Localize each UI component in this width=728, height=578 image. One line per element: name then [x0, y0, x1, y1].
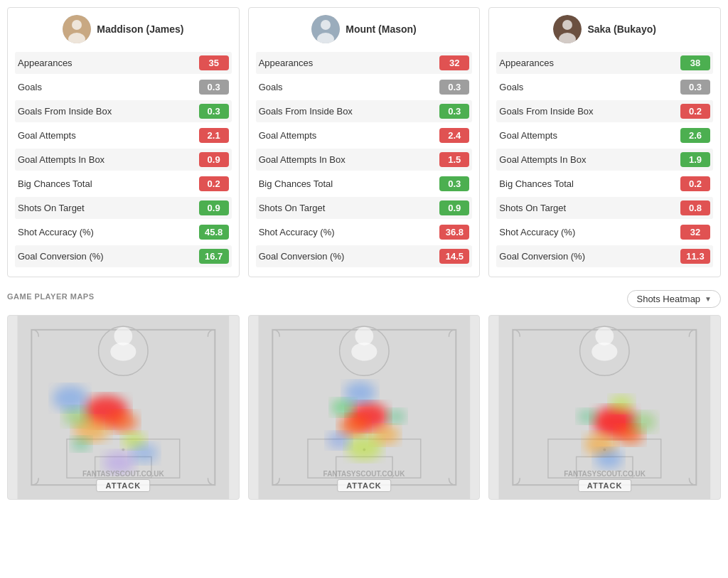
- player-header-maddison: Maddison (James): [15, 15, 232, 43]
- stat-value: 0.3: [199, 80, 229, 95]
- stat-label: Goal Attempts In Box: [499, 154, 680, 165]
- stat-row: Goal Attempts2.1: [15, 124, 232, 146]
- stat-value: 0.2: [199, 176, 229, 191]
- comparison-grid: Maddison (James)Appearances35Goals0.3Goa…: [7, 7, 721, 277]
- stat-value: 0.9: [439, 200, 469, 215]
- stat-value: 0.3: [439, 176, 469, 191]
- svg-point-41: [327, 432, 350, 449]
- stat-value: 2.1: [199, 128, 229, 143]
- stat-row: Shot Accuracy (%)32: [496, 221, 713, 243]
- stat-label: Appearances: [259, 58, 440, 68]
- svg-point-22: [71, 437, 91, 451]
- attack-label: ATTACK: [97, 479, 151, 492]
- svg-point-32: [355, 327, 373, 346]
- stat-value: 36.8: [439, 225, 469, 240]
- stat-value: 1.5: [439, 152, 469, 167]
- player-name: Mount (Mason): [346, 23, 417, 35]
- stat-label: Goal Attempts In Box: [18, 154, 199, 165]
- stat-row: Big Chances Total0.3: [256, 173, 473, 195]
- stat-row: Goals0.3: [256, 76, 473, 98]
- stat-value: 1.9: [680, 152, 710, 167]
- stat-row: Shots On Target0.9: [15, 197, 232, 219]
- player-column-mount: Mount (Mason)Appearances32Goals0.3Goals …: [248, 7, 481, 277]
- stat-value: 0.3: [439, 80, 469, 95]
- svg-point-4: [321, 20, 331, 30]
- chevron-down-icon: ▼: [705, 295, 712, 303]
- stat-label: Goal Conversion (%): [499, 251, 680, 262]
- svg-point-1: [72, 20, 82, 30]
- stat-value: 0.3: [439, 104, 469, 119]
- svg-point-39: [386, 410, 406, 424]
- stat-label: Appearances: [18, 58, 199, 68]
- heatmap-card-mount: FANTASYSCOUT.CO.UKATTACK: [248, 315, 481, 500]
- stat-value: 0.3: [199, 104, 229, 119]
- stat-row: Goal Attempts In Box1.5: [256, 149, 473, 171]
- attack-label: ATTACK: [337, 479, 391, 492]
- svg-point-49: [592, 343, 618, 361]
- stat-row: Goals From Inside Box0.2: [496, 100, 713, 122]
- watermark: FANTASYSCOUT.CO.UK: [82, 470, 164, 478]
- stat-label: Goals: [499, 82, 680, 92]
- stat-label: Appearances: [499, 58, 680, 68]
- stat-label: Shots On Target: [499, 203, 680, 213]
- stat-label: Big Chances Total: [259, 178, 440, 189]
- svg-point-54: [629, 412, 657, 432]
- stat-value: 11.3: [680, 249, 710, 264]
- stat-label: Goals From Inside Box: [499, 106, 680, 117]
- stat-row: Goal Attempts In Box1.9: [496, 149, 713, 171]
- svg-point-40: [344, 381, 375, 404]
- svg-point-24: [131, 444, 159, 464]
- stat-value: 32: [680, 225, 710, 240]
- player-column-maddison: Maddison (James)Appearances35Goals0.3Goa…: [7, 7, 240, 277]
- svg-point-15: [114, 327, 132, 346]
- stat-row: Shot Accuracy (%)45.8: [15, 221, 232, 243]
- stat-row: Goals0.3: [496, 76, 713, 98]
- avatar: [63, 15, 91, 43]
- stat-value: 35: [199, 55, 229, 70]
- stat-label: Big Chances Total: [18, 178, 199, 189]
- stat-row: Big Chances Total0.2: [496, 173, 713, 195]
- stat-label: Shots On Target: [18, 203, 199, 213]
- player-header-saka: Saka (Bukayo): [496, 15, 713, 43]
- avatar: [311, 15, 340, 43]
- stat-value: 0.9: [199, 200, 229, 215]
- stat-row: Goals From Inside Box0.3: [15, 100, 232, 122]
- stat-value: 16.7: [199, 249, 229, 264]
- maps-section: GAME PLAYER MAPS Shots Heatmap ▼ FANTASY…: [7, 290, 721, 500]
- stat-label: Goals: [18, 82, 199, 92]
- stat-value: 2.6: [680, 128, 710, 143]
- stat-row: Goal Attempts In Box0.9: [15, 149, 232, 171]
- stat-label: Goal Attempts In Box: [259, 154, 440, 165]
- stat-row: Shots On Target0.9: [256, 197, 473, 219]
- stat-value: 32: [439, 55, 469, 70]
- stat-row: Goal Conversion (%)14.5: [256, 245, 473, 267]
- stat-value: 2.4: [439, 128, 469, 143]
- stat-row: Appearances38: [496, 52, 713, 74]
- stat-label: Goal Attempts: [18, 130, 199, 141]
- svg-point-14: [122, 449, 124, 451]
- player-header-mount: Mount (Mason): [256, 15, 473, 43]
- svg-point-53: [610, 395, 633, 412]
- stat-row: Shot Accuracy (%)36.8: [256, 221, 473, 243]
- stat-value: 38: [680, 55, 710, 70]
- stat-row: Goal Conversion (%)16.7: [15, 245, 232, 267]
- stat-label: Goal Attempts: [259, 130, 440, 141]
- attack-label: ATTACK: [578, 479, 632, 492]
- heatmap-dropdown-label: Shots Heatmap: [636, 294, 700, 304]
- stat-row: Goals0.3: [15, 76, 232, 98]
- heatmap-card-saka: FANTASYSCOUT.CO.UKATTACK: [488, 315, 721, 500]
- stat-label: Goals: [259, 82, 440, 92]
- stat-label: Goals From Inside Box: [18, 106, 199, 117]
- maps-section-label: GAME PLAYER MAPS: [7, 292, 95, 301]
- svg-point-48: [596, 327, 614, 346]
- svg-point-56: [595, 449, 623, 469]
- maps-grid: FANTASYSCOUT.CO.UKATTACK FANTASYSCOUT.CO…: [7, 315, 721, 500]
- stat-label: Shot Accuracy (%): [18, 227, 199, 237]
- stat-row: Shots On Target0.8: [496, 197, 713, 219]
- stat-row: Appearances35: [15, 52, 232, 74]
- heatmap-dropdown[interactable]: Shots Heatmap ▼: [627, 290, 721, 308]
- stat-value: 0.2: [680, 176, 710, 191]
- svg-point-7: [562, 20, 572, 30]
- stat-label: Shot Accuracy (%): [499, 227, 680, 237]
- svg-point-23: [53, 385, 88, 411]
